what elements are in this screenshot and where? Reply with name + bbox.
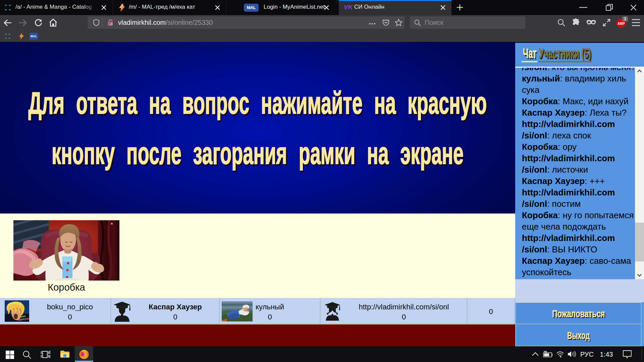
svg-text:ABP: ABP — [618, 21, 625, 25]
